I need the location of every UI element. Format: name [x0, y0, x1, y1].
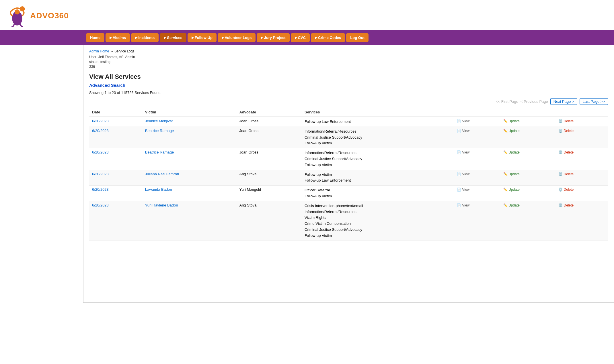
victim-link[interactable]: Juliana Rae Damron: [145, 172, 179, 176]
col-view-header: [454, 108, 500, 117]
update-button[interactable]: ✏️ Update: [503, 188, 520, 192]
update-button[interactable]: ✏️ Update: [503, 203, 520, 207]
delete-button[interactable]: 🗑️ Delete: [558, 172, 574, 176]
delete-icon: 🗑️: [558, 150, 563, 154]
service-item: Crisis Intervention-phone/text/email: [305, 203, 451, 209]
doc-icon: 📄: [457, 129, 461, 133]
date-link[interactable]: 6/20/2023: [92, 150, 109, 154]
service-item: Criminal Justice Support/Advocacy: [305, 135, 451, 141]
cell-advocate: Ang Stoval: [236, 170, 302, 186]
cell-victim: Yuri Raylene Badon: [142, 201, 237, 241]
nav-arrow-icon: ▶: [261, 36, 263, 40]
table-row: 6/20/2023Beatrice RamageJoan GrossInform…: [89, 127, 608, 148]
nav-btn-jury-project[interactable]: ▶ Jury Project: [257, 33, 289, 42]
date-link[interactable]: 6/20/2023: [92, 187, 109, 192]
date-link[interactable]: 6/20/2023: [92, 203, 109, 207]
cell-view: 📄 View: [454, 127, 500, 148]
showing-text: Showing 1 to 20 of 115726 Services Found…: [89, 90, 608, 95]
delete-icon: 🗑️: [558, 129, 563, 133]
update-button[interactable]: ✏️ Update: [503, 129, 520, 133]
nav-arrow-icon: ▶: [192, 36, 194, 40]
nav-btn-volunteer-logs[interactable]: ▶ Volunteer Logs: [218, 33, 256, 42]
table-row: 6/20/2023Yuri Raylene BadonAng StovalCri…: [89, 201, 608, 241]
table-row: 6/20/2023Beatrice RamageJoan GrossInform…: [89, 148, 608, 170]
logo-area: ADVO360: [0, 0, 614, 30]
delete-button[interactable]: 🗑️ Delete: [558, 203, 574, 207]
cell-advocate: Yuri Mongold: [236, 186, 302, 201]
delete-button[interactable]: 🗑️ Delete: [558, 119, 574, 123]
delete-button[interactable]: 🗑️ Delete: [558, 150, 574, 154]
nav-arrow-icon: ▶: [110, 36, 112, 40]
service-item: Information/Referral/Resources: [305, 209, 451, 215]
service-item: Criminal Justice Support/Advocacy: [305, 227, 451, 233]
services-table: Date Victim Advocate Services 6/20/2023J…: [89, 108, 608, 241]
view-button[interactable]: 📄 View: [457, 172, 469, 176]
breadcrumb: Admin Home → Service Logs: [89, 49, 608, 53]
view-button[interactable]: 📄 View: [457, 188, 469, 192]
main-content: Admin Home → Service Logs User: Jeff Tho…: [83, 45, 614, 303]
nav-arrow-icon: ▶: [222, 36, 224, 40]
edit-icon: ✏️: [503, 188, 508, 192]
date-link[interactable]: 6/20/2023: [92, 129, 109, 133]
delete-button[interactable]: 🗑️ Delete: [558, 188, 574, 192]
doc-icon: 📄: [457, 119, 461, 123]
logo-icon: [6, 4, 29, 27]
update-button[interactable]: ✏️ Update: [503, 150, 520, 154]
nav-btn-log-out[interactable]: Log Out: [346, 33, 369, 42]
victim-link[interactable]: Beatrice Ramage: [145, 150, 174, 154]
service-item: Follow-up Victim: [305, 193, 451, 199]
doc-icon: 📄: [457, 203, 461, 207]
victim-link[interactable]: Lawanda Badon: [145, 187, 172, 192]
view-button[interactable]: 📄 View: [457, 203, 469, 207]
breadcrumb-current: Service Logs: [114, 49, 134, 53]
cell-update: ✏️ Update: [500, 148, 555, 170]
view-button[interactable]: 📄 View: [457, 150, 469, 154]
next-page-button[interactable]: Next Page >: [550, 98, 577, 105]
cell-update: ✏️ Update: [500, 186, 555, 201]
last-page-button[interactable]: Last Page >>: [580, 98, 608, 105]
view-button[interactable]: 📄 View: [457, 129, 469, 133]
cell-view: 📄 View: [454, 186, 500, 201]
service-item: Victim Rights: [305, 215, 451, 221]
cell-delete: 🗑️ Delete: [555, 127, 608, 148]
cell-update: ✏️ Update: [500, 170, 555, 186]
service-item: Information/Referral/Resources: [305, 150, 451, 156]
view-button[interactable]: 📄 View: [457, 119, 469, 123]
nav-arrow-icon: ▶: [315, 36, 317, 40]
nav-btn-follow-up[interactable]: ▶ Follow Up: [188, 33, 217, 42]
cell-date: 6/20/2023: [89, 117, 142, 127]
delete-icon: 🗑️: [558, 203, 563, 207]
pagination: << First Page < Previous Page Next Page …: [89, 98, 608, 105]
victim-link[interactable]: Yuri Raylene Badon: [145, 203, 178, 207]
cell-services: Information/Referral/ResourcesCriminal J…: [302, 148, 454, 170]
advanced-search-link[interactable]: Advanced Search: [89, 83, 125, 88]
first-page-disabled: << First Page: [496, 99, 518, 104]
nav-btn-home[interactable]: Home: [86, 33, 104, 42]
victim-link[interactable]: Jeanice Menjivar: [145, 119, 173, 123]
doc-icon: 📄: [457, 188, 461, 192]
service-item: Information/Referral/Resources: [305, 129, 451, 135]
victim-link[interactable]: Beatrice Ramage: [145, 129, 174, 133]
svg-point-2: [15, 9, 20, 15]
cell-delete: 🗑️ Delete: [555, 148, 608, 170]
breadcrumb-link[interactable]: Admin Home: [89, 49, 109, 53]
nav-btn-services[interactable]: ▶ Services: [160, 33, 186, 42]
nav-arrow-icon: ▶: [164, 36, 166, 40]
doc-icon: 📄: [457, 150, 461, 154]
cell-view: 📄 View: [454, 117, 500, 127]
update-button[interactable]: ✏️ Update: [503, 119, 520, 123]
edit-icon: ✏️: [503, 150, 508, 154]
edit-icon: ✏️: [503, 119, 508, 123]
service-item: Follow-up Law Enforcement: [305, 178, 451, 184]
date-link[interactable]: 6/20/2023: [92, 172, 109, 176]
nav-btn-victims[interactable]: ▶ Victims: [106, 33, 130, 42]
table-header-row: Date Victim Advocate Services: [89, 108, 608, 117]
delete-button[interactable]: 🗑️ Delete: [558, 129, 574, 133]
col-services: Services: [302, 108, 454, 117]
date-link[interactable]: 6/20/2023: [92, 119, 109, 123]
cell-view: 📄 View: [454, 148, 500, 170]
update-button[interactable]: ✏️ Update: [503, 172, 520, 176]
nav-btn-crime-codes[interactable]: ▶ Crime Codes: [311, 33, 345, 42]
nav-btn-incidents[interactable]: ▶ Incidents: [131, 33, 159, 42]
nav-btn-cvc[interactable]: ▶ CVC: [291, 33, 310, 42]
